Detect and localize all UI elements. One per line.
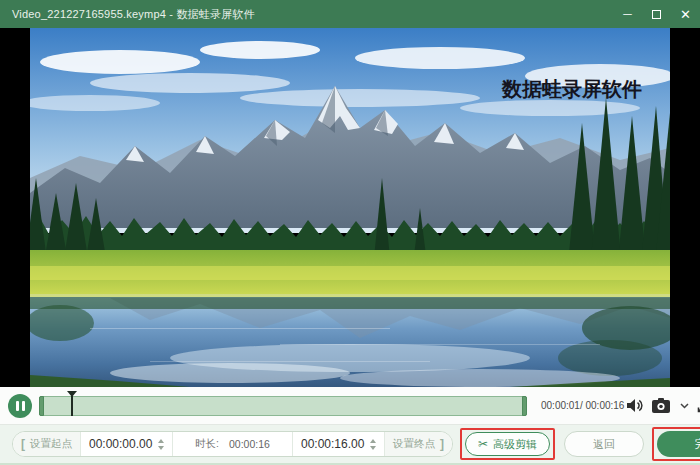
close-button[interactable]: ✕ (671, 0, 700, 28)
playhead[interactable] (71, 396, 73, 416)
chevron-down-icon (680, 403, 689, 409)
set-start-label: 设置起点 (30, 437, 72, 451)
video-frame: 数据蛙录屏软件 (30, 28, 670, 387)
lake (30, 297, 670, 387)
spinner-down-icon[interactable] (158, 446, 164, 450)
camera-icon (652, 398, 672, 413)
window-title: Video_221227165955.keymp4 - 数据蛙录屏软件 (0, 7, 613, 22)
set-start-button[interactable]: [ 设置起点 (13, 432, 80, 456)
titlebar: Video_221227165955.keymp4 - 数据蛙录屏软件 ─ ✕ (0, 0, 700, 28)
fullscreen-button[interactable] (695, 396, 700, 415)
duration-label: 时长: (195, 437, 219, 451)
set-end-label: 设置终点 (393, 437, 435, 451)
start-bracket-icon: [ (21, 437, 25, 451)
meadow (30, 250, 670, 298)
trim-end-handle[interactable] (522, 396, 527, 416)
pause-icon (16, 401, 19, 411)
video-watermark: 数据蛙录屏软件 (501, 77, 642, 101)
duration-section: 时长: 00:00:16 (172, 432, 292, 456)
playback-icons (624, 396, 700, 415)
spinner-down-icon[interactable] (370, 446, 376, 450)
start-time-input[interactable] (89, 437, 155, 451)
end-time-input[interactable] (301, 437, 367, 451)
start-time-spinner (158, 439, 164, 450)
spinner-up-icon[interactable] (370, 439, 376, 443)
snapshot-button[interactable] (650, 396, 674, 415)
scissors-icon: ✂ (478, 438, 488, 450)
maximize-icon (652, 10, 661, 19)
end-time-spinner (370, 439, 376, 450)
minimize-icon: ─ (623, 7, 632, 21)
trim-settings-group: [ 设置起点 时长: 00:00:16 (12, 431, 453, 457)
done-highlight-box: 完成 (652, 427, 700, 461)
app-window: Video_221227165955.keymp4 - 数据蛙录屏软件 ─ ✕ (0, 0, 700, 465)
snapshot-dropdown-button[interactable] (678, 401, 691, 411)
playback-bar: 00:00:01/ 00:00:16 (0, 387, 700, 425)
time-display: 00:00:01/ 00:00:16 (541, 400, 624, 411)
end-bracket-icon: ] (440, 437, 444, 451)
window-controls: ─ ✕ (613, 0, 700, 28)
done-button[interactable]: 完成 (657, 431, 700, 457)
end-time-section (292, 432, 384, 456)
spinner-up-icon[interactable] (158, 439, 164, 443)
pause-button[interactable] (8, 394, 32, 418)
set-end-button[interactable]: 设置终点 ] (384, 432, 452, 456)
trim-start-handle[interactable] (39, 396, 44, 416)
seek-bar[interactable] (39, 396, 527, 416)
start-time-section (80, 432, 172, 456)
duration-value: 00:00:16 (229, 438, 270, 450)
close-icon: ✕ (680, 7, 691, 22)
trim-toolbar: [ 设置起点 时长: 00:00:16 (0, 425, 700, 465)
volume-button[interactable] (624, 396, 646, 415)
advanced-edit-highlight-box: ✂ 高级剪辑 (460, 428, 555, 460)
volume-icon (626, 398, 644, 413)
minimize-button[interactable]: ─ (613, 0, 642, 28)
advanced-edit-button[interactable]: ✂ 高级剪辑 (465, 432, 550, 456)
maximize-button[interactable] (642, 0, 671, 28)
video-stage[interactable]: 数据蛙录屏软件 (0, 28, 700, 387)
back-button[interactable]: 返回 (564, 431, 644, 457)
advanced-edit-label: 高级剪辑 (493, 437, 537, 452)
